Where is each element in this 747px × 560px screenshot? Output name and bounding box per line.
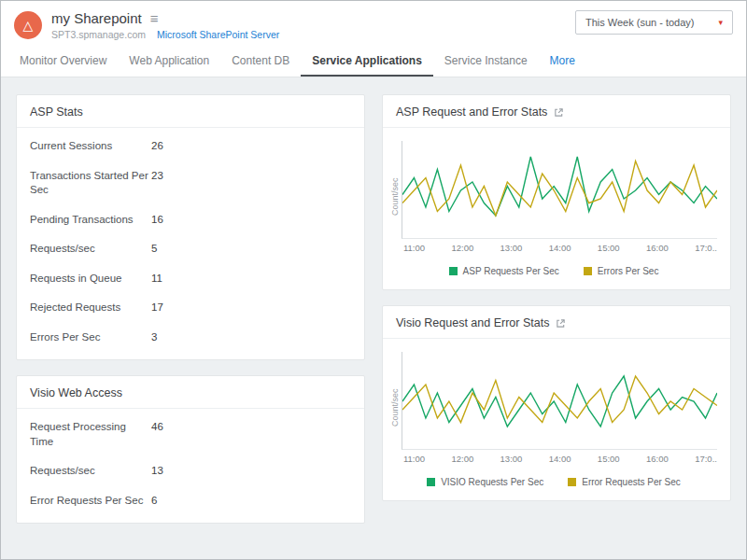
legend-swatch-icon xyxy=(584,267,592,275)
stat-row: Requests in Queue 11 xyxy=(17,264,364,294)
time-range-value: This Week (sun - today) xyxy=(585,17,695,28)
visio-chart-body: Count/sec 11:0012:0013:0014:0015:0016:00… xyxy=(383,339,730,500)
visio-chart-title: Visio Request and Error Stats xyxy=(396,316,549,329)
visio-line-chart[interactable] xyxy=(402,352,717,450)
visio-request-error-chart-card: Visio Request and Error Stats Count/sec xyxy=(382,305,731,501)
stat-row: Request Processing Time 46 xyxy=(17,413,364,456)
stat-row: Requests/sec 5 xyxy=(17,234,364,264)
hamburger-menu-icon[interactable]: ≡ xyxy=(150,11,159,25)
right-column: ASP Request and Error Stats Count/sec xyxy=(382,94,731,542)
visio-stats-rows: Request Processing Time 46 Requests/sec … xyxy=(17,409,364,523)
app-header: △ my Sharepoint ≡ SPT3.spmanage.com Micr… xyxy=(1,1,746,46)
x-axis-ticks: 11:0012:0013:0014:0015:0016:0017:0.. xyxy=(402,450,717,464)
host-name: SPT3.spmanage.com xyxy=(51,29,146,40)
asp-chart-title: ASP Request and Error Stats xyxy=(396,105,547,119)
tab-service-instance[interactable]: Service Instance xyxy=(433,46,539,77)
stat-row: Error Requests Per Sec 6 xyxy=(17,486,364,516)
legend-swatch-icon xyxy=(568,478,576,486)
server-type-link[interactable]: Microsoft SharePoint Server xyxy=(157,29,279,40)
external-link-icon[interactable] xyxy=(554,107,564,118)
dashboard-content: ASP Stats Current Sessions 26 Transactio… xyxy=(1,77,746,559)
visio-web-access-title: Visio Web Access xyxy=(17,376,364,409)
y-axis-label: Count/sec xyxy=(390,141,402,253)
legend-item[interactable]: Error Requests Per Sec xyxy=(568,477,681,487)
stat-row: Rejected Requests 17 xyxy=(17,293,364,323)
tab-service-applications[interactable]: Service Applications xyxy=(301,46,433,77)
asp-stats-title: ASP Stats xyxy=(17,95,364,128)
tab-more[interactable]: More xyxy=(539,46,586,77)
visio-chart-legend: VISIO Requests Per Sec Error Requests Pe… xyxy=(390,464,717,500)
asp-stats-card: ASP Stats Current Sessions 26 Transactio… xyxy=(16,94,365,360)
stat-row: Requests/sec 13 xyxy=(17,456,364,486)
asp-line-chart[interactable] xyxy=(402,141,717,239)
external-link-icon[interactable] xyxy=(556,318,566,329)
asp-request-error-chart-card: ASP Request and Error Stats Count/sec xyxy=(382,94,731,290)
stat-row: Pending Transactions 16 xyxy=(17,205,364,235)
stat-row: Errors Per Sec 3 xyxy=(17,323,364,353)
page-title: my Sharepoint xyxy=(51,10,142,26)
legend-swatch-icon xyxy=(449,267,458,275)
stat-row: Transactions Started Per Sec 23 xyxy=(17,161,364,205)
caret-down-icon: ▾ xyxy=(718,18,723,27)
x-axis-ticks: 11:0012:0013:0014:0015:0016:0017:0.. xyxy=(402,239,717,253)
asp-stats-rows: Current Sessions 26 Transactions Started… xyxy=(17,128,364,359)
asp-chart-body: Count/sec 11:0012:0013:0014:0015:0016:00… xyxy=(383,128,730,289)
legend-swatch-icon xyxy=(427,478,435,486)
visio-web-access-card: Visio Web Access Request Processing Time… xyxy=(16,375,365,524)
y-axis-label: Count/sec xyxy=(390,352,402,464)
legend-item[interactable]: VISIO Requests Per Sec xyxy=(427,477,543,487)
triangle-icon: △ xyxy=(23,18,34,33)
title-block: my Sharepoint ≡ SPT3.spmanage.com Micros… xyxy=(51,10,279,40)
app-window: △ my Sharepoint ≡ SPT3.spmanage.com Micr… xyxy=(0,0,747,560)
time-range-select[interactable]: This Week (sun - today) ▾ xyxy=(575,10,733,35)
stat-row: Current Sessions 26 xyxy=(17,132,364,161)
tab-bar: Monitor Overview Web Application Content… xyxy=(1,46,746,77)
tab-web-application[interactable]: Web Application xyxy=(118,46,220,77)
tab-monitor-overview[interactable]: Monitor Overview xyxy=(8,46,118,77)
monitor-logo: △ xyxy=(14,11,42,39)
legend-item[interactable]: ASP Requests Per Sec xyxy=(449,266,559,276)
asp-chart-legend: ASP Requests Per Sec Errors Per Sec xyxy=(390,253,717,289)
left-column: ASP Stats Current Sessions 26 Transactio… xyxy=(16,94,365,542)
legend-item[interactable]: Errors Per Sec xyxy=(584,266,659,276)
tab-content-db[interactable]: Content DB xyxy=(220,46,301,77)
